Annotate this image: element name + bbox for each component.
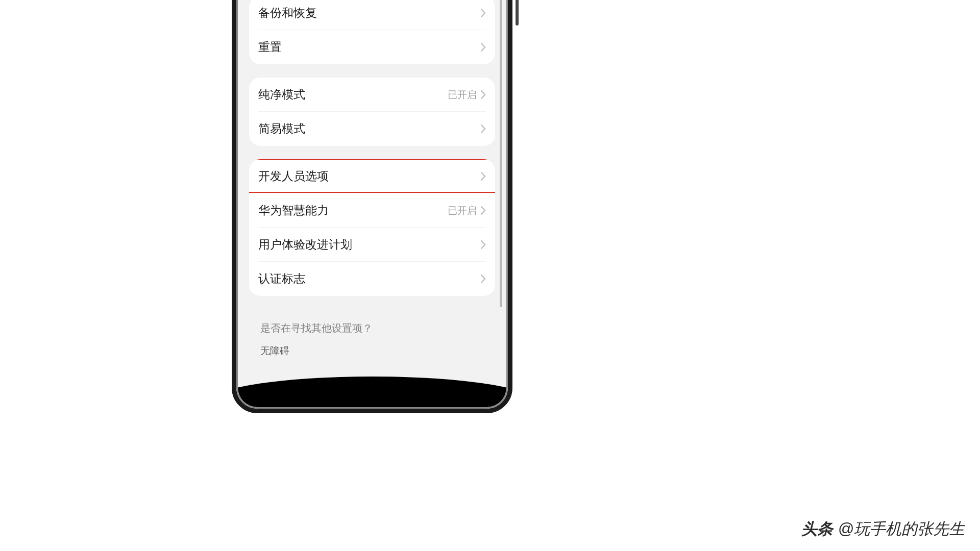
chevron-right-icon (481, 240, 486, 249)
setting-row-reset[interactable]: 重置 (249, 30, 495, 64)
watermark-brand: 头条 (801, 518, 833, 540)
setting-label: 华为智慧能力 (258, 203, 329, 218)
footer-prompt: 是否在寻找其他设置项？ (260, 321, 484, 335)
setting-label: 认证标志 (258, 271, 305, 287)
watermark-handle: @玩手机的张先生 (838, 518, 965, 540)
footer-link-accessibility[interactable]: 无障碍 (260, 344, 484, 358)
setting-status: 已开启 (448, 204, 477, 217)
chevron-right-icon (481, 90, 486, 99)
setting-label: 简易模式 (258, 121, 305, 137)
phone-chin (238, 377, 506, 407)
setting-label: 纯净模式 (258, 87, 305, 103)
watermark: 头条 @玩手机的张先生 (801, 518, 965, 540)
setting-label: 备份和恢复 (258, 5, 317, 21)
chevron-right-icon (481, 172, 486, 181)
phone-side-button (516, 0, 519, 26)
setting-row-pure-mode[interactable]: 纯净模式 已开启 (249, 78, 495, 112)
setting-status: 已开启 (448, 88, 477, 102)
settings-list: 备份和恢复 重置 (238, 0, 506, 378)
chevron-right-icon (481, 274, 486, 283)
footer-section: 是否在寻找其他设置项？ 无障碍 (249, 309, 495, 363)
setting-label: 开发人员选项 (258, 168, 329, 184)
setting-row-ux-plan[interactable]: 用户体验改进计划 (249, 228, 495, 262)
scrollbar[interactable] (500, 0, 502, 307)
chevron-right-icon (481, 124, 486, 133)
settings-card: 开发人员选项 华为智慧能力 已开启 (249, 159, 495, 296)
setting-row-huawei-smart[interactable]: 华为智慧能力 已开启 (249, 193, 495, 228)
phone-frame: 备份和恢复 重置 (232, 0, 512, 413)
setting-row-simple-mode[interactable]: 简易模式 (249, 112, 495, 146)
setting-row-backup-restore[interactable]: 备份和恢复 (249, 0, 495, 30)
setting-label: 重置 (258, 39, 282, 55)
chevron-right-icon (481, 9, 486, 17)
settings-card: 纯净模式 已开启 简易模式 (249, 78, 495, 146)
setting-row-certification[interactable]: 认证标志 (249, 262, 495, 296)
setting-row-developer-options[interactable]: 开发人员选项 (249, 159, 495, 193)
chevron-right-icon (481, 206, 486, 215)
settings-screen: 备份和恢复 重置 (238, 0, 506, 407)
chevron-right-icon (481, 43, 486, 52)
setting-label: 用户体验改进计划 (258, 237, 352, 253)
settings-card: 备份和恢复 重置 (249, 0, 495, 64)
